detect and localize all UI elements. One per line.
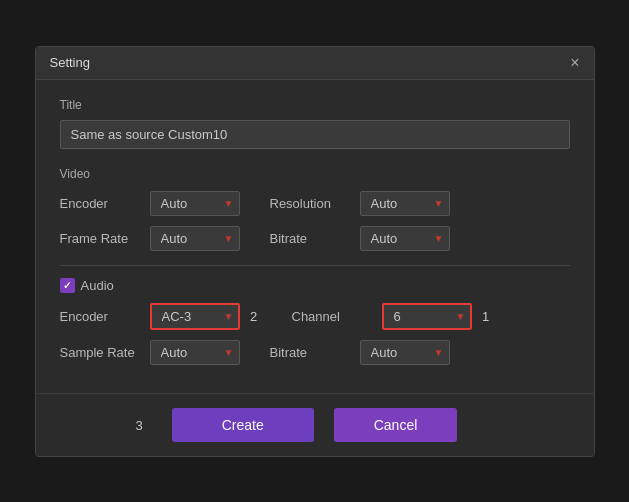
resolution-select-wrapper: Auto ▼ <box>360 191 450 216</box>
cancel-button[interactable]: Cancel <box>334 408 458 442</box>
audio-encoder-select-wrapper: AC-3 ▼ <box>150 303 240 330</box>
audio-bitrate-label: Bitrate <box>270 345 360 360</box>
frame-rate-row: Frame Rate Auto ▼ Bitrate Auto ▼ <box>60 226 570 251</box>
audio-checkbox-wrapper: Audio <box>60 278 114 293</box>
channel-select[interactable]: 6 <box>382 303 472 330</box>
frame-rate-select[interactable]: Auto <box>150 226 240 251</box>
dialog-body: Title Video Encoder Auto ▼ Resolution <box>36 80 594 393</box>
encoder-label: Encoder <box>60 196 150 211</box>
channel-badge: 1 <box>478 309 494 324</box>
dialog-title: Setting <box>50 55 90 70</box>
audio-section-label: Audio <box>81 278 114 293</box>
resolution-group: Resolution Auto ▼ <box>270 191 450 216</box>
encoder-select-wrapper: Auto ▼ <box>150 191 240 216</box>
video-section-label: Video <box>60 167 570 181</box>
dialog-footer: 3 Create Cancel <box>36 393 594 456</box>
audio-header-row: Audio <box>60 278 570 293</box>
channel-label: Channel <box>292 309 382 324</box>
resolution-select[interactable]: Auto <box>360 191 450 216</box>
audio-bitrate-select[interactable]: Auto <box>360 340 450 365</box>
close-button[interactable]: × <box>570 55 579 71</box>
video-bitrate-select-wrapper: Auto ▼ <box>360 226 450 251</box>
title-input[interactable] <box>60 120 570 149</box>
sample-rate-select-wrapper: Auto ▼ <box>150 340 240 365</box>
frame-rate-label: Frame Rate <box>60 231 150 246</box>
create-button[interactable]: Create <box>172 408 314 442</box>
sample-rate-select[interactable]: Auto <box>150 340 240 365</box>
audio-encoder-badge: 2 <box>246 309 262 324</box>
sample-rate-label: Sample Rate <box>60 345 150 360</box>
sample-rate-row: Sample Rate Auto ▼ Bitrate Auto ▼ <box>60 340 570 365</box>
title-label: Title <box>60 98 570 112</box>
video-bitrate-group: Bitrate Auto ▼ <box>270 226 450 251</box>
audio-encoder-row: Encoder AC-3 ▼ 2 Channel 6 ▼ 1 <box>60 303 570 330</box>
footer-badge: 3 <box>136 417 143 432</box>
divider <box>60 265 570 266</box>
video-bitrate-label: Bitrate <box>270 231 360 246</box>
channel-group: Channel 6 ▼ 1 <box>292 303 494 330</box>
audio-encoder-label: Encoder <box>60 309 150 324</box>
resolution-label: Resolution <box>270 196 360 211</box>
audio-bitrate-select-wrapper: Auto ▼ <box>360 340 450 365</box>
dialog-titlebar: Setting × <box>36 47 594 80</box>
video-bitrate-select[interactable]: Auto <box>360 226 450 251</box>
encoder-row: Encoder Auto ▼ Resolution Auto ▼ <box>60 191 570 216</box>
frame-rate-select-wrapper: Auto ▼ <box>150 226 240 251</box>
encoder-select[interactable]: Auto <box>150 191 240 216</box>
audio-bitrate-group: Bitrate Auto ▼ <box>270 340 450 365</box>
audio-checkbox[interactable] <box>60 278 75 293</box>
settings-dialog: Setting × Title Video Encoder Auto ▼ Res… <box>35 46 595 457</box>
channel-select-wrapper: 6 ▼ <box>382 303 472 330</box>
audio-encoder-select[interactable]: AC-3 <box>150 303 240 330</box>
